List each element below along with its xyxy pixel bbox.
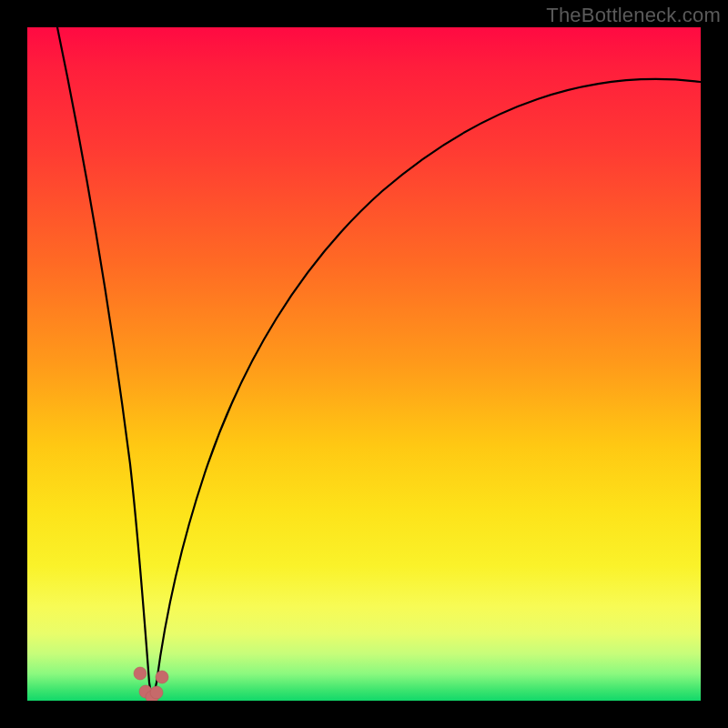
marker-dot xyxy=(150,686,163,699)
curve-svg xyxy=(27,27,701,701)
attribution-text: TheBottleneck.com xyxy=(546,4,721,27)
marker-dot xyxy=(156,671,168,683)
bottleneck-curve-right xyxy=(153,79,702,699)
marker-dot xyxy=(134,667,147,680)
chart-frame: TheBottleneck.com xyxy=(0,0,728,728)
bottleneck-curve-left xyxy=(57,27,153,699)
minimum-marker-cluster xyxy=(134,667,168,701)
plot-area xyxy=(27,27,701,701)
